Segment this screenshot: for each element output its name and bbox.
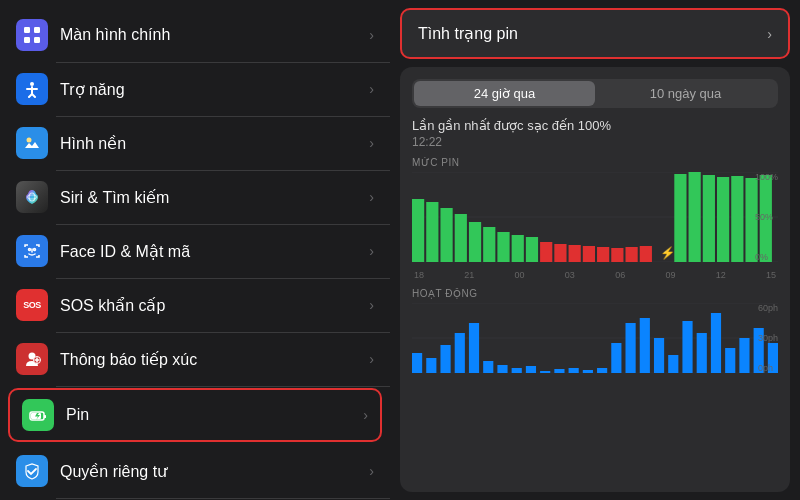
svg-rect-38 bbox=[597, 247, 609, 262]
svg-rect-28 bbox=[455, 214, 467, 262]
sidebar-item-sos[interactable]: SOS SOS khẩn cấp › bbox=[0, 278, 390, 332]
wallpaper-icon bbox=[16, 127, 48, 159]
battery-level-chart-label: MỨC PIN bbox=[412, 157, 778, 168]
sidebar-item-label: Hình nền bbox=[60, 134, 369, 153]
x-label: 15 bbox=[766, 270, 776, 280]
svg-rect-56 bbox=[455, 333, 465, 373]
chevron-icon: › bbox=[369, 243, 374, 259]
svg-rect-60 bbox=[512, 368, 522, 373]
svg-rect-71 bbox=[668, 355, 678, 373]
battery-x-axis: 18 21 00 03 06 09 12 15 bbox=[412, 270, 778, 280]
sidebar-item-man-hinh-chinh[interactable]: Màn hình chính › bbox=[0, 8, 390, 62]
accessibility-icon bbox=[16, 73, 48, 105]
chevron-icon: › bbox=[369, 463, 374, 479]
sidebar-item-pin[interactable]: Pin › bbox=[8, 388, 382, 442]
svg-rect-63 bbox=[554, 369, 564, 373]
svg-rect-3 bbox=[34, 37, 40, 43]
svg-point-4 bbox=[30, 82, 34, 86]
chevron-icon: › bbox=[369, 297, 374, 313]
svg-rect-44 bbox=[689, 172, 701, 262]
svg-rect-37 bbox=[583, 246, 595, 262]
sidebar-item-thong-bao[interactable]: Thông báo tiếp xúc › bbox=[0, 332, 390, 386]
svg-rect-32 bbox=[512, 235, 524, 262]
svg-rect-41 bbox=[640, 246, 652, 262]
svg-rect-33 bbox=[526, 237, 538, 262]
svg-rect-65 bbox=[583, 370, 593, 373]
chevron-icon: › bbox=[369, 81, 374, 97]
sidebar-item-hinh-nen[interactable]: Hình nền › bbox=[0, 116, 390, 170]
svg-rect-64 bbox=[569, 368, 579, 373]
svg-rect-70 bbox=[654, 338, 664, 373]
sidebar-item-label: SOS khẩn cấp bbox=[60, 296, 369, 315]
svg-rect-35 bbox=[554, 244, 566, 262]
svg-rect-43 bbox=[674, 174, 686, 262]
x-label: 21 bbox=[464, 270, 474, 280]
y-label-0: 0% bbox=[755, 252, 778, 262]
sidebar-item-label: Pin bbox=[66, 406, 363, 424]
battery-y-axis: 100% 50% 0% bbox=[755, 172, 778, 262]
chevron-icon: › bbox=[369, 189, 374, 205]
battery-status-button[interactable]: Tình trạng pin › bbox=[400, 8, 790, 59]
tab-24h[interactable]: 24 giờ qua bbox=[414, 81, 595, 106]
sidebar-item-label: Màn hình chính bbox=[60, 26, 369, 44]
sidebar-item-label: Face ID & Mật mã bbox=[60, 242, 369, 261]
activity-chart: 60ph 30ph 0ph bbox=[412, 303, 778, 373]
svg-rect-40 bbox=[626, 247, 638, 262]
y-label-30ph: 30ph bbox=[758, 333, 778, 343]
sos-icon: SOS bbox=[16, 289, 48, 321]
grid-icon bbox=[16, 19, 48, 51]
sidebar-item-label: Thông báo tiếp xúc bbox=[60, 350, 369, 369]
contact-icon bbox=[16, 343, 48, 375]
svg-rect-73 bbox=[697, 333, 707, 373]
svg-rect-26 bbox=[426, 202, 438, 262]
x-label: 09 bbox=[665, 270, 675, 280]
chevron-icon: › bbox=[767, 26, 772, 42]
battery-chart-card: 24 giờ qua 10 ngày qua Lần gần nhất được… bbox=[400, 67, 790, 492]
svg-line-8 bbox=[32, 94, 35, 97]
last-charged-label: Lần gần nhất được sạc đến 100% bbox=[412, 118, 778, 133]
svg-rect-31 bbox=[497, 232, 509, 262]
svg-rect-30 bbox=[483, 227, 495, 262]
svg-rect-36 bbox=[569, 245, 581, 262]
sidebar-item-tro-nang[interactable]: Trợ năng › bbox=[0, 62, 390, 116]
svg-point-13 bbox=[34, 249, 36, 251]
x-label: 12 bbox=[716, 270, 726, 280]
faceid-icon bbox=[16, 235, 48, 267]
svg-rect-62 bbox=[540, 371, 550, 373]
chevron-icon: › bbox=[369, 135, 374, 151]
svg-rect-75 bbox=[725, 348, 735, 373]
svg-rect-29 bbox=[469, 222, 481, 262]
chevron-icon: › bbox=[369, 351, 374, 367]
x-label: 18 bbox=[414, 270, 424, 280]
svg-rect-1 bbox=[34, 27, 40, 33]
sidebar-item-label: Quyền riêng tư bbox=[60, 462, 369, 481]
x-label: 06 bbox=[615, 270, 625, 280]
svg-point-12 bbox=[29, 249, 31, 251]
svg-text:⚡: ⚡ bbox=[660, 245, 676, 260]
battery-level-chart: ⚡ 100% 50% 0% bbox=[412, 172, 778, 262]
settings-list: Màn hình chính › Trợ năng › Hình nền › bbox=[0, 0, 390, 500]
svg-rect-67 bbox=[611, 343, 621, 373]
battery-status-label: Tình trạng pin bbox=[418, 24, 518, 43]
svg-rect-69 bbox=[640, 318, 650, 373]
svg-rect-27 bbox=[440, 208, 452, 262]
svg-rect-55 bbox=[440, 345, 450, 373]
svg-rect-2 bbox=[24, 37, 30, 43]
sidebar-item-siri[interactable]: Siri & Tìm kiếm › bbox=[0, 170, 390, 224]
svg-rect-25 bbox=[412, 199, 424, 262]
sidebar-item-label: Siri & Tìm kiếm bbox=[60, 188, 369, 207]
chevron-icon: › bbox=[363, 407, 368, 423]
svg-point-9 bbox=[27, 138, 32, 143]
svg-rect-66 bbox=[597, 368, 607, 373]
svg-rect-58 bbox=[483, 361, 493, 373]
svg-rect-68 bbox=[626, 323, 636, 373]
x-label: 03 bbox=[565, 270, 575, 280]
svg-rect-54 bbox=[426, 358, 436, 373]
sidebar-item-faceid[interactable]: Face ID & Mật mã › bbox=[0, 224, 390, 278]
svg-rect-76 bbox=[739, 338, 749, 373]
sidebar-item-quyen-rieng-tu[interactable]: Quyền riêng tư › bbox=[0, 444, 390, 498]
svg-rect-53 bbox=[412, 353, 422, 373]
svg-rect-47 bbox=[731, 176, 743, 262]
tab-10d[interactable]: 10 ngày qua bbox=[595, 81, 776, 106]
y-label-0ph: 0ph bbox=[758, 363, 778, 373]
